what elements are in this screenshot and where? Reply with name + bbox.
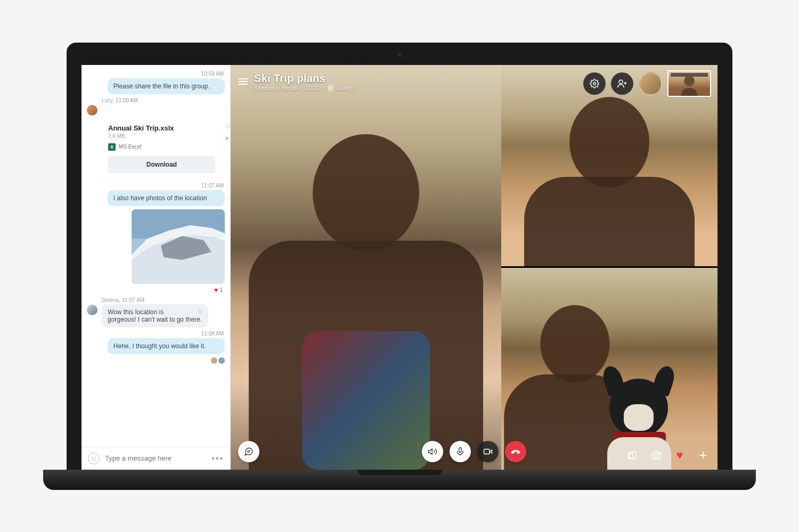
chat-icon	[244, 447, 254, 456]
hangup-icon	[510, 446, 521, 457]
received-message-row: Serena, 11:07 AM ☺ Wow this location is …	[87, 297, 225, 328]
microphone-icon	[455, 447, 465, 456]
message-input[interactable]	[105, 454, 206, 462]
sender-label: Lucy, 11:00 AM	[102, 97, 225, 103]
video-call-area: Ski Trip plans 3 people in the call | 02…	[231, 65, 718, 470]
download-button[interactable]: Download	[108, 156, 215, 173]
sender-label: Serena, 11:07 AM	[102, 297, 208, 303]
svg-point-21	[659, 452, 660, 453]
add-button[interactable]	[696, 448, 710, 462]
svg-rect-16	[484, 449, 490, 454]
call-duration: 02:21	[306, 85, 320, 91]
timestamp: 11:08 AM	[88, 331, 224, 337]
heart-icon: ♥	[214, 286, 218, 294]
laptop-bezel: 10:59 AM Please share the file in this g…	[67, 43, 732, 470]
video-tile-main[interactable]	[231, 65, 501, 470]
controls-center	[422, 441, 526, 462]
heart-icon: ♥	[676, 448, 683, 462]
timestamp: 10:59 AM	[88, 71, 224, 77]
avatar-lucy[interactable]	[87, 105, 97, 116]
received-message[interactable]: ☺ Wow this location is gorgeous! I can't…	[102, 304, 208, 328]
emoji-picker-icon[interactable]: ☺	[88, 453, 100, 464]
call-title: Ski Trip plans	[254, 72, 353, 85]
timestamp: 11:07 AM	[88, 183, 224, 189]
file-type-label: MS Excel	[119, 144, 141, 150]
camera-button[interactable]	[477, 441, 499, 462]
reaction-row[interactable]: ♥ 1	[87, 286, 225, 294]
svg-rect-5	[328, 86, 330, 88]
forward-icon[interactable]: ➤	[224, 134, 230, 142]
chat-scroll[interactable]: 10:59 AM Please share the file in this g…	[81, 65, 230, 447]
add-person-icon	[617, 78, 627, 89]
screenshare-button[interactable]	[626, 448, 640, 462]
view-mode-label[interactable]: Gallery	[337, 85, 354, 91]
settings-button[interactable]	[583, 72, 606, 95]
file-type-row: X MS Excel	[108, 143, 215, 151]
plus-icon	[698, 450, 708, 461]
read-avatar	[211, 357, 217, 364]
svg-point-20	[655, 454, 658, 457]
file-name: Annual Ski Trip.xslx	[108, 124, 215, 132]
video-camera-icon	[483, 447, 493, 456]
webcam	[397, 52, 402, 58]
person-silhouette	[313, 134, 419, 251]
photo-attachment[interactable]	[132, 209, 225, 284]
laptop-mockup: 10:59 AM Please share the file in this g…	[67, 43, 732, 490]
svg-rect-6	[331, 86, 333, 88]
call-header: Ski Trip plans 3 people in the call | 02…	[238, 72, 353, 91]
svg-rect-15	[459, 447, 462, 452]
svg-rect-19	[628, 453, 633, 458]
read-avatar	[218, 357, 225, 364]
sent-message[interactable]: Hehe, I thought you would like it.	[108, 338, 225, 354]
chat-sidebar: 10:59 AM Please share the file in this g…	[81, 65, 231, 470]
add-participant-button[interactable]	[611, 72, 633, 95]
controls-left	[238, 441, 259, 462]
video-tile[interactable]	[501, 268, 718, 470]
person-silhouette	[524, 177, 695, 267]
call-subtitle: 3 people in the call | 02:21 | Gallery	[254, 85, 353, 91]
call-top-right	[583, 70, 711, 97]
laptop-base	[43, 470, 756, 490]
read-receipts	[87, 357, 225, 364]
self-view-pip[interactable]	[667, 70, 711, 97]
file-attachment-card[interactable]: ☺ ➤ Annual Ski Trip.xslx 7,6 MB X MS Exc…	[102, 119, 222, 178]
clothing-detail	[302, 331, 430, 470]
person-silhouette	[679, 73, 700, 96]
gallery-icon	[328, 85, 333, 91]
emoji-react-icon[interactable]: ☺	[224, 122, 230, 130]
svg-rect-8	[331, 88, 333, 90]
mountain-photo	[132, 209, 225, 284]
avatar-serena[interactable]	[87, 305, 97, 315]
svg-point-9	[593, 82, 596, 85]
reaction-count: 1	[219, 287, 223, 293]
sent-message[interactable]: I also have photos of the location	[108, 190, 225, 206]
emoji-react-icon[interactable]: ☺	[197, 307, 203, 315]
camera-icon	[650, 449, 662, 461]
message-composer: ☺ •••	[81, 447, 230, 470]
app-screen: 10:59 AM Please share the file in this g…	[81, 65, 718, 470]
svg-marker-14	[429, 448, 433, 454]
excel-icon: X	[108, 143, 116, 151]
end-call-button[interactable]	[505, 441, 526, 462]
received-message-row: Lucy, 11:00 AM	[87, 97, 225, 116]
controls-right: ♥	[626, 448, 710, 462]
speaker-button[interactable]	[422, 441, 443, 462]
hamburger-icon[interactable]	[238, 78, 248, 85]
svg-point-10	[619, 80, 623, 84]
person-silhouette	[569, 97, 649, 187]
participant-avatar[interactable]	[639, 72, 662, 95]
open-chat-button[interactable]	[238, 441, 259, 462]
video-grid-right	[501, 65, 718, 470]
sent-message[interactable]: Please share the file in this group.	[108, 78, 225, 94]
reaction-heart-button[interactable]: ♥	[673, 448, 687, 462]
composer-more-icon[interactable]: •••	[211, 454, 224, 463]
snapshot-button[interactable]	[649, 448, 663, 462]
screenshare-icon	[627, 449, 639, 461]
file-size: 7,6 MB	[108, 133, 215, 139]
svg-point-11	[684, 76, 695, 86]
person-silhouette	[541, 305, 610, 382]
svg-rect-7	[328, 88, 330, 90]
microphone-button[interactable]	[450, 441, 471, 462]
speaker-icon	[428, 447, 437, 456]
gear-icon	[590, 79, 599, 88]
